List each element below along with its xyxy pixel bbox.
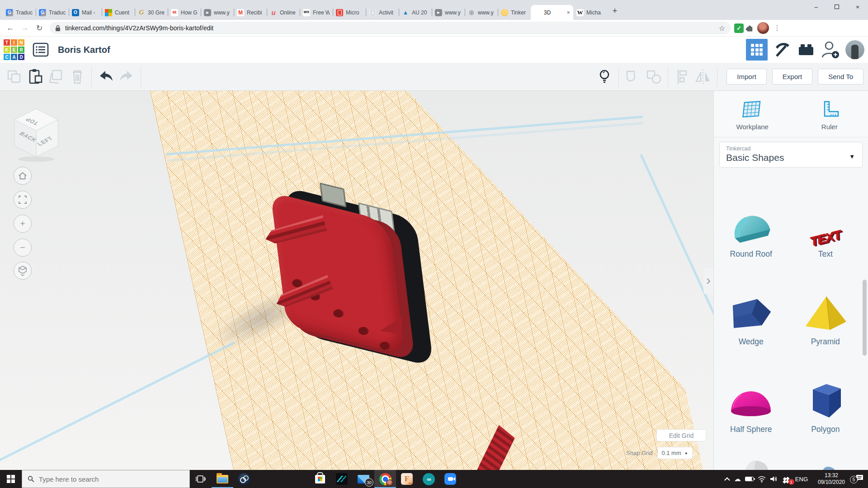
extension-check-icon[interactable]: ✓ xyxy=(734,23,744,33)
snap-grid-select[interactable]: 0.1 mm ▲ xyxy=(657,447,693,459)
tab-mail[interactable]: OMail - xyxy=(69,5,102,20)
tab-cuenta[interactable]: Cuent xyxy=(102,5,135,20)
url-field[interactable]: tinkercad.com/things/4V2zArSWy9m-boris-k… xyxy=(50,22,731,34)
blocks-view-button[interactable] xyxy=(746,39,768,61)
tab-youtube-1[interactable]: ▶www.y xyxy=(201,5,234,20)
home-view-button[interactable] xyxy=(14,167,32,185)
restore-button[interactable] xyxy=(826,0,847,14)
ungroup-icon[interactable] xyxy=(643,68,664,86)
zoom-in-button[interactable]: + xyxy=(14,215,32,233)
dropbox-badge: 1 xyxy=(788,479,794,485)
chrome-taskbar-icon[interactable] xyxy=(374,470,396,488)
3d-viewport[interactable]: TOP BACK LEFT + − › Edit Grid Snap Grid xyxy=(0,91,713,470)
zoom-out-button[interactable]: − xyxy=(14,239,32,257)
tab-autodesk[interactable]: ▲AU 20 xyxy=(399,5,432,20)
dropbox-icon[interactable]: 1 xyxy=(782,475,791,483)
tab-gmail[interactable]: MRecibi xyxy=(234,5,267,20)
redo-icon[interactable] xyxy=(116,68,137,86)
tab-youtube-2[interactable]: ▶www.y xyxy=(432,5,465,20)
minimize-button[interactable]: – xyxy=(806,0,826,14)
wifi-icon[interactable] xyxy=(758,476,766,483)
group-icon[interactable] xyxy=(623,68,643,86)
forward-button[interactable]: → xyxy=(18,21,32,35)
tab-activity[interactable]: Activit xyxy=(366,5,399,20)
close-tab-icon[interactable]: × xyxy=(566,9,570,16)
duplicate-icon[interactable] xyxy=(46,68,67,86)
reload-button[interactable]: ↻ xyxy=(33,21,46,35)
tinkercad-favicon xyxy=(534,9,541,16)
taskbar-clock[interactable]: 13:32 09/10/2020 xyxy=(812,472,851,486)
perspective-toggle-button[interactable] xyxy=(14,262,32,280)
workplane-tool[interactable]: Workplane xyxy=(714,91,791,137)
language-indicator[interactable]: ENG xyxy=(795,476,808,483)
windows-logo-icon xyxy=(7,475,15,483)
design-title[interactable]: Boris Kartof xyxy=(58,45,110,55)
delete-icon[interactable] xyxy=(67,68,88,86)
align-icon[interactable] xyxy=(672,68,693,86)
collapse-panel-chevron[interactable]: › xyxy=(703,268,713,294)
zoom-app-icon[interactable] xyxy=(439,470,461,488)
shape-text[interactable]: TEXT Text xyxy=(788,173,863,261)
shape-round-roof[interactable]: Round Roof xyxy=(714,173,788,261)
perspective-cube-icon xyxy=(18,265,28,276)
mail-app-icon[interactable]: 30 xyxy=(353,470,374,488)
notification-center-icon[interactable]: 5 xyxy=(855,474,864,484)
steam-icon[interactable] xyxy=(233,470,255,488)
minecraft-pickaxe-icon[interactable] xyxy=(772,41,792,59)
battery-icon[interactable] xyxy=(745,477,754,481)
user-avatar[interactable] xyxy=(845,40,864,59)
arduino-icon[interactable]: ∞ xyxy=(418,470,439,488)
panel-scrollbar[interactable] xyxy=(863,280,867,356)
edit-grid-button[interactable]: Edit Grid xyxy=(656,429,706,441)
lego-brick-icon[interactable] xyxy=(797,41,816,59)
tab-tinker[interactable]: Tinker xyxy=(498,5,531,20)
taskbar-search[interactable] xyxy=(22,470,190,488)
tab-wikipedia[interactable]: WMicha xyxy=(573,5,606,20)
show-all-bulb-icon[interactable] xyxy=(594,68,615,86)
tab-micro[interactable]: Micro xyxy=(333,5,366,20)
tab-translate-1[interactable]: GTraduc xyxy=(3,5,36,20)
extensions-puzzle-icon[interactable] xyxy=(745,23,755,33)
shape-pyramid[interactable]: Pyramid xyxy=(788,261,863,348)
predator-app-icon[interactable] xyxy=(331,470,353,488)
tab-translate-2[interactable]: GTraduc xyxy=(36,5,69,20)
new-tab-button[interactable]: + xyxy=(608,4,622,18)
microsoft-store-icon[interactable] xyxy=(309,470,331,488)
tray-expand-chevron[interactable] xyxy=(724,477,730,483)
export-button[interactable]: Export xyxy=(772,69,812,84)
design-properties-icon[interactable] xyxy=(33,42,49,57)
tab-30-gre[interactable]: G30 Gre xyxy=(135,5,168,20)
browser-profile-avatar[interactable] xyxy=(757,22,769,34)
bookmark-star-icon[interactable]: ☆ xyxy=(719,24,725,33)
copy-icon[interactable] xyxy=(5,68,25,86)
shape-library-select[interactable]: Tinkercad Basic Shapes ▼ xyxy=(719,142,863,168)
undo-icon[interactable] xyxy=(95,68,116,86)
onedrive-cloud-icon[interactable]: ☁ xyxy=(734,475,741,483)
fusion360-icon[interactable]: F360 xyxy=(396,470,418,488)
view-cube[interactable]: TOP BACK LEFT xyxy=(10,106,62,163)
file-explorer-icon[interactable] xyxy=(212,470,233,488)
shape-half-sphere[interactable]: Half Sphere xyxy=(714,348,788,436)
back-button[interactable]: ← xyxy=(4,21,17,35)
volume-icon[interactable] xyxy=(770,475,778,483)
shape-wedge[interactable]: Wedge xyxy=(714,261,788,348)
tab-3d-design-active[interactable]: 3D× xyxy=(531,5,573,20)
browser-menu-icon[interactable]: ⋮ xyxy=(772,24,783,32)
task-view-button[interactable] xyxy=(190,470,212,488)
tinkercad-logo[interactable]: TINKERCAD xyxy=(4,39,24,60)
import-button[interactable]: Import xyxy=(726,69,767,84)
paste-icon[interactable] xyxy=(25,68,46,86)
tab-udemy[interactable]: uOnline xyxy=(267,5,300,20)
tab-how-g[interactable]: M:How G xyxy=(168,5,201,20)
fit-view-button[interactable] xyxy=(14,191,32,209)
close-window-button[interactable]: × xyxy=(847,0,868,14)
mirror-icon[interactable] xyxy=(693,68,713,86)
start-button[interactable] xyxy=(0,470,22,488)
send-to-button[interactable]: Send To xyxy=(818,69,863,84)
tab-wix[interactable]: WIXFree W xyxy=(300,5,333,20)
ruler-tool[interactable]: Ruler xyxy=(791,91,868,137)
add-collaborator-icon[interactable] xyxy=(820,40,841,59)
search-input[interactable] xyxy=(39,475,184,483)
shape-polygon[interactable]: Polygon xyxy=(788,348,863,436)
tab-web[interactable]: ⊕www.y xyxy=(465,5,498,20)
